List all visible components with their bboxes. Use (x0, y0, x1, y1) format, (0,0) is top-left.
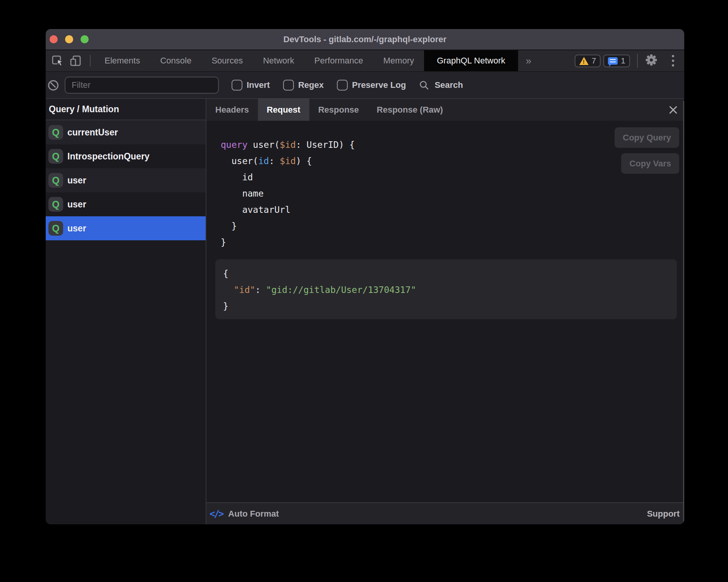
copy-buttons: Copy Query Copy Vars (615, 127, 679, 174)
query-type-badge: Q (48, 125, 63, 140)
devtools-tab-console[interactable]: Console (150, 50, 202, 71)
code-line: { (223, 265, 669, 282)
query-type-badge: Q (48, 221, 63, 236)
devtools-tab-memory[interactable]: Memory (373, 50, 424, 71)
code-line: "id": "gid://gitlab/User/13704317" (223, 282, 669, 298)
devtools-tab-performance[interactable]: Performance (304, 50, 373, 71)
devtools-window: DevTools - gitlab.com/-/graphql-explorer… (46, 29, 684, 524)
search-button[interactable]: Search (419, 80, 463, 90)
issues-badge[interactable]: 1 (603, 55, 630, 67)
preserve-log-checkbox-group: Preserve Log (337, 80, 406, 91)
request-panel: query user($id: UserID) { user(id: $id) … (206, 121, 684, 502)
filter-bar: Invert Regex Preserve Log Search (46, 71, 684, 99)
invert-checkbox[interactable] (232, 80, 242, 91)
query-type-badge: Q (48, 197, 63, 212)
minimize-window-button[interactable] (65, 35, 73, 43)
query-name-label: user (67, 199, 86, 210)
search-icon (419, 80, 429, 90)
regex-label: Regex (298, 80, 324, 90)
settings-gear-icon[interactable] (645, 53, 658, 68)
regex-checkbox-group: Regex (283, 80, 324, 91)
code-line: name (221, 185, 684, 202)
query-type-badge: Q (48, 173, 63, 188)
code-line: } (221, 234, 684, 250)
query-list-item[interactable]: Quser (46, 168, 206, 192)
query-list-item[interactable]: Quser (46, 216, 206, 240)
close-window-button[interactable] (50, 35, 58, 43)
toolbar-right-group: 7 1 (572, 53, 676, 68)
maximize-window-button[interactable] (81, 35, 89, 43)
detail-tabs: HeadersRequestResponseResponse (Raw) (206, 99, 684, 121)
code-line: } (221, 218, 684, 234)
copy-vars-button[interactable]: Copy Vars (621, 153, 679, 174)
detail-tab-request[interactable]: Request (258, 99, 309, 121)
query-name-label: IntrospectionQuery (67, 151, 149, 162)
regex-checkbox[interactable] (283, 80, 294, 91)
query-name-label: user (67, 175, 86, 186)
device-toolbar-icon[interactable] (70, 55, 83, 67)
detail-panel: HeadersRequestResponseResponse (Raw) que… (206, 99, 684, 524)
detail-tab-response[interactable]: Response (309, 99, 368, 121)
copy-query-button[interactable]: Copy Query (615, 127, 679, 148)
query-list-item[interactable]: QcurrentUser (46, 120, 206, 144)
invert-label: Invert (247, 80, 270, 90)
detail-tab-response-raw-[interactable]: Response (Raw) (368, 99, 452, 121)
warnings-badge[interactable]: 7 (575, 55, 601, 67)
devtools-tab-elements[interactable]: Elements (94, 50, 150, 71)
code-line: avatarUrl (221, 202, 684, 218)
variables-box: { "id": "gid://gitlab/User/13704317"} (215, 259, 677, 319)
search-label: Search (434, 80, 463, 90)
devtools-tab-sources[interactable]: Sources (201, 50, 253, 71)
filter-input[interactable] (65, 77, 219, 94)
query-list-item[interactable]: Quser (46, 192, 206, 216)
footer-bar: </> Auto Format Support (206, 502, 684, 524)
preserve-log-checkbox[interactable] (337, 80, 348, 91)
message-count: 1 (621, 56, 625, 65)
detail-tab-headers[interactable]: Headers (206, 99, 258, 121)
query-list-item[interactable]: QIntrospectionQuery (46, 144, 206, 168)
code-format-icon: </> (209, 508, 223, 519)
main-area: Query / Mutation QcurrentUserQIntrospect… (46, 99, 684, 524)
devtools-tab-graphql-network[interactable]: GraphQL Network (424, 50, 518, 71)
query-list-panel: Query / Mutation QcurrentUserQIntrospect… (46, 99, 206, 524)
toolbar-divider (637, 54, 638, 68)
traffic-lights (50, 29, 89, 50)
more-tabs-chevron-icon[interactable]: » (518, 55, 539, 67)
query-name-label: user (67, 223, 86, 234)
devtools-tab-network[interactable]: Network (253, 50, 304, 71)
close-panel-icon[interactable] (668, 105, 678, 115)
devtools-toolbar: ElementsConsoleSourcesNetworkPerformance… (46, 50, 684, 71)
window-title: DevTools - gitlab.com/-/graphql-explorer (283, 34, 446, 45)
warning-count: 7 (592, 56, 596, 65)
devtools-tabs: ElementsConsoleSourcesNetworkPerformance… (94, 50, 518, 71)
code-line: } (223, 298, 669, 314)
query-list-header: Query / Mutation (46, 99, 206, 120)
window-titlebar: DevTools - gitlab.com/-/graphql-explorer (46, 29, 684, 50)
preserve-log-label: Preserve Log (352, 80, 406, 90)
support-link[interactable]: Support (647, 509, 680, 519)
invert-checkbox-group: Invert (232, 80, 270, 91)
inspect-element-icon[interactable] (52, 55, 64, 67)
variables-code: { "id": "gid://gitlab/User/13704317"} (223, 265, 669, 314)
toolbar-divider (90, 55, 91, 67)
clear-filter-icon[interactable] (48, 80, 58, 91)
message-bubble-icon (608, 57, 618, 65)
query-type-badge: Q (48, 149, 63, 164)
query-list: QcurrentUserQIntrospectionQueryQuserQuse… (46, 120, 206, 240)
query-name-label: currentUser (67, 127, 118, 138)
auto-format-button[interactable]: Auto Format (228, 509, 279, 519)
more-options-icon[interactable] (672, 55, 676, 67)
warning-icon (579, 57, 589, 65)
